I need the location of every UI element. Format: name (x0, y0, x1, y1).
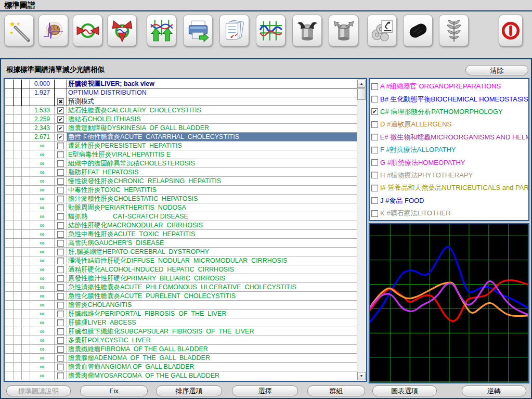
row-checkbox[interactable] (57, 275, 64, 282)
row-checkbox[interactable] (57, 187, 64, 194)
row-checkbox[interactable] (57, 231, 64, 238)
row-checkbox[interactable] (57, 319, 64, 326)
category-row[interactable]: K #礦石療法LITOTHER (371, 207, 528, 220)
row-checkbox[interactable] (57, 346, 64, 353)
scroll-up-icon[interactable]: ▲ (357, 80, 366, 88)
list-row[interactable]: ∞膽囊纖維瘤FIBROMA OF THE GALL BLADDER (5, 345, 357, 354)
row-checkbox[interactable] (57, 266, 64, 273)
category-row[interactable]: F #對抗療法ALLOPATHY (371, 144, 528, 156)
list-row[interactable]: ∞急性化膿性膽囊炎ACUTE PURELENT CHOLECYSTITIS (5, 292, 357, 301)
row-checkbox[interactable] (57, 249, 64, 255)
printer-button[interactable] (183, 15, 213, 46)
list-row[interactable]: 1.927OPTIMUM DISTRIBUTION (5, 88, 357, 97)
list-row[interactable]: ∞肝,腦萎縮症HEPATO-CEREBRAL DYSTROPHY (5, 248, 357, 256)
footer-button-3[interactable]: 排序選項 (156, 385, 222, 396)
invert-button[interactable]: 逆轉 (462, 385, 526, 396)
list-row[interactable]: ∞肝臟纖維化PERIPORTAL FIBROSIS OF THE LIVER (5, 310, 357, 318)
footer-button-2[interactable]: Fix (80, 385, 148, 396)
category-checkbox[interactable] (371, 96, 378, 102)
black-stone-button[interactable] (403, 15, 433, 46)
row-checkbox[interactable] (57, 372, 64, 379)
list-row[interactable]: ∞貓抓熱 CAT-SCRATCH DISEASE (5, 212, 357, 221)
row-checkbox[interactable] (57, 311, 64, 317)
magic-wand-button[interactable]: ★★★ (4, 15, 34, 46)
row-checkbox[interactable]: ✔ (57, 125, 64, 132)
list-row[interactable]: ∞膽囊血管瘤ANGIOMA OF GALL BLADDER (5, 363, 357, 371)
category-checkbox[interactable] (371, 185, 378, 191)
list-row[interactable]: ∞遷延性肝炎PERESISTENT HEPATITIS (5, 141, 357, 150)
category-checkbox[interactable] (371, 83, 378, 90)
category-row[interactable]: ✔C# 病理形態分析PATHOMORPHOLOGY (371, 106, 528, 118)
list-row[interactable]: ∞多囊肝POLYCYSTIC LIVER (5, 336, 357, 345)
category-row[interactable]: I# 營養品和天然藥品NUTRICEUTICALS and PAR (371, 182, 528, 194)
row-checkbox[interactable] (57, 284, 64, 291)
category-checkbox[interactable] (371, 134, 378, 140)
list-scrollbar[interactable]: ▲ ▼ (357, 80, 366, 380)
row-checkbox[interactable] (57, 258, 64, 264)
list-row[interactable]: 0.000肝臟後視圖LIVER; back view (5, 80, 357, 88)
container-arrows-in-button[interactable] (292, 15, 322, 46)
category-row[interactable]: B# 生化動態平衡BIOCHEMICAL HOMEOSTASIS (371, 93, 528, 105)
exit-button[interactable] (499, 15, 523, 46)
row-checkbox[interactable] (57, 196, 64, 202)
chart-lines-button[interactable] (256, 15, 286, 46)
list-row[interactable]: ∞E型病毒性肝炎VIRAL HEPATITIS E (5, 150, 357, 159)
category-checkbox[interactable] (371, 147, 378, 153)
category-row[interactable]: G #順勢療法HOMEOPATHY (371, 156, 528, 169)
row-checkbox[interactable] (57, 169, 64, 176)
list-row[interactable]: 2.671✔急性卡他性膽囊炎ACUTE CATARRHAL CHOLECYSTI… (5, 133, 357, 141)
category-checkbox[interactable] (371, 197, 378, 204)
list-row[interactable]: ∞急性潰瘍性膽囊炎ACUTE PHLEGMONOUS ULCERATIVE CH… (5, 283, 357, 292)
list-row[interactable]: ∞膽囊腺瘤ADENOMA OF THE GALL BLADDER (5, 354, 357, 363)
ring-arrows-tri-button[interactable] (107, 15, 137, 46)
list-row[interactable]: ∞動脈周圍炎PERIARTHERITIS NODOSA (5, 203, 357, 212)
list-row[interactable]: ∞脂肪肝FAT HEPATOSIS (5, 168, 357, 177)
list-row[interactable]: 2.259✔膽結石CHOLELITHIASIS (5, 115, 357, 124)
chart-options-button[interactable]: 圖表選項 (372, 385, 437, 396)
row-checkbox[interactable] (57, 143, 64, 149)
row-checkbox[interactable]: ✔ (57, 116, 64, 123)
footer-button-4[interactable]: 選擇 (232, 385, 298, 396)
footer-button-1[interactable]: 標準圖譜說明 (6, 385, 71, 396)
category-checkbox[interactable] (371, 121, 378, 128)
list-row[interactable]: 2.343✔膽囊運動障礙DYSKINESIA OF GALL BLADDER (5, 124, 357, 133)
list-row[interactable]: ∞酒精肝硬化ALCOHOL-INDUCED HEPATIC CIRRHOSIS (5, 265, 357, 274)
category-checkbox[interactable] (371, 210, 378, 217)
microscope-button[interactable] (367, 15, 397, 46)
row-checkbox[interactable] (57, 328, 64, 335)
row-checkbox[interactable]: ✔ (57, 134, 64, 140)
row-checkbox[interactable] (57, 204, 64, 211)
list-row[interactable]: ∞膽管炎CHOLANGITIS (5, 301, 357, 310)
chart-green-arrows-button[interactable] (147, 15, 176, 46)
row-checkbox[interactable] (57, 151, 64, 158)
list-row[interactable]: ∞中毒性肝炎TOXIC HEPATITIS (5, 186, 357, 195)
row-checkbox[interactable] (57, 160, 64, 167)
row-checkbox[interactable]: ✔ (57, 107, 64, 114)
category-row[interactable]: J #食品 FOOD (371, 195, 528, 207)
plant-button[interactable] (439, 15, 469, 46)
category-row[interactable]: H #植物療法PHYTOTHERAPY (371, 169, 528, 182)
clear-button[interactable]: 清除 (465, 65, 528, 75)
list-row[interactable]: ∞結節性肝硬化MACRONODULAR CIRRHOSIS (5, 221, 357, 230)
list-row[interactable]: ∞高雪氏病GAUCHER'S DISEASE (5, 239, 357, 248)
list-row[interactable]: ∞組織中的膽固醇異常沉積CHOLESTEROSIS (5, 159, 357, 168)
record-cards-button[interactable]: ✔✔ (219, 15, 249, 46)
container-arrows-out-button[interactable] (329, 15, 358, 46)
row-checkbox[interactable] (57, 364, 64, 370)
row-checkbox[interactable] (57, 222, 64, 229)
row-checkbox[interactable]: ✖ (57, 98, 64, 105)
row-checkbox[interactable] (57, 355, 64, 362)
category-checkbox[interactable]: ✔ (371, 108, 378, 115)
row-checkbox[interactable] (57, 302, 64, 308)
category-checkbox[interactable] (371, 159, 378, 166)
list-row[interactable]: ∞原發性膽汁性肝硬化PRIMARY BILLIARIC CIRROSIS (5, 274, 357, 283)
scroll-down-icon[interactable]: ▼ (357, 372, 366, 380)
row-checkbox[interactable] (57, 293, 64, 300)
list-row[interactable]: ∞急性中毒性肝炎ACUTE TOXIC HEPATITIS (5, 230, 357, 239)
row-checkbox[interactable] (57, 337, 64, 344)
list-row[interactable]: ✖預測模式 (5, 97, 357, 106)
category-row[interactable]: E# 微生物和蠕蟲MICROORGANISMS AND HELMI (371, 131, 528, 144)
row-checkbox[interactable] (57, 240, 64, 247)
list-row[interactable]: ∞慢性復發性肝炎CHRONIC RELAPSING HEPATITIS (5, 177, 357, 186)
list-row[interactable]: ∞膽囊肉瘤MYOSARCOMA OF THE GALL BLADDER (5, 371, 357, 380)
